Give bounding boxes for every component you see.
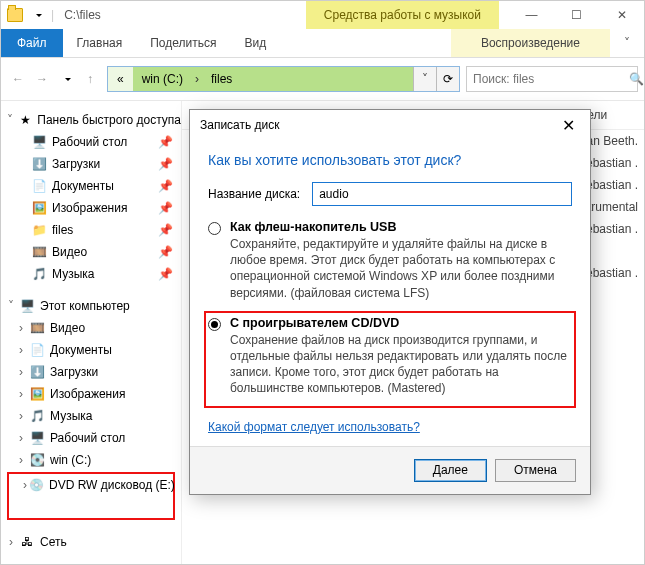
pictures-icon: 🖼️ xyxy=(29,386,45,402)
maximize-button[interactable]: ☐ xyxy=(554,1,599,29)
chevron-down-icon[interactable]: ˅ xyxy=(5,299,17,313)
sidebar-item-label: Документы xyxy=(47,343,112,357)
ribbon-expand-icon[interactable]: ˅ xyxy=(610,29,644,57)
downloads-icon: ⬇️ xyxy=(31,156,47,172)
folder-icon xyxy=(7,7,23,23)
sidebar-item-downloads[interactable]: ⬇️Загрузки📌 xyxy=(1,153,181,175)
search-box[interactable]: 🔍 xyxy=(466,66,638,92)
pin-icon: 📌 xyxy=(158,201,181,215)
sidebar-item-folder[interactable]: 📁files📌 xyxy=(1,219,181,241)
minimize-button[interactable]: — xyxy=(509,1,554,29)
chevron-right-icon[interactable]: › xyxy=(192,72,202,86)
file-menu[interactable]: Файл xyxy=(1,29,63,57)
sidebar-item-desktop[interactable]: 🖥️Рабочий стол📌 xyxy=(1,131,181,153)
folder-icon: 📁 xyxy=(31,222,47,238)
sidebar-item-pictures[interactable]: ›🖼️Изображения xyxy=(1,383,181,405)
sidebar-item-quick-access[interactable]: ˅ ★ Панель быстрого доступа xyxy=(1,109,181,131)
option-usb-desc: Сохраняйте, редактируйте и удаляйте файл… xyxy=(230,234,572,301)
breadcrumb-drive[interactable]: win (C:) xyxy=(133,67,192,91)
chevron-right-icon[interactable]: › xyxy=(15,321,27,335)
cell-artist: trumental xyxy=(588,200,644,214)
music-icon: 🎵 xyxy=(31,266,47,282)
chevron-right-icon[interactable]: › xyxy=(15,343,27,357)
breadcrumb-root-icon[interactable]: « xyxy=(108,67,133,91)
contextual-tab-header: Средства работы с музыкой xyxy=(306,1,499,29)
chevron-right-icon[interactable]: › xyxy=(15,409,27,423)
sidebar-item-videos[interactable]: ›🎞️Видео xyxy=(1,317,181,339)
sidebar-item-label: Музыка xyxy=(47,409,92,423)
search-input[interactable] xyxy=(467,72,629,86)
sidebar-item-desktop[interactable]: ›🖥️Рабочий стол xyxy=(1,427,181,449)
music-icon: 🎵 xyxy=(29,408,45,424)
sidebar-item-label: Изображения xyxy=(49,201,127,215)
burn-disc-dialog: Записать диск ✕ Как вы хотите использова… xyxy=(189,109,591,495)
downloads-icon: ⬇️ xyxy=(29,364,45,380)
tab-view[interactable]: Вид xyxy=(230,29,280,57)
radio-usb[interactable] xyxy=(208,220,222,301)
sidebar-item-network[interactable]: › 🖧 Сеть xyxy=(1,531,181,553)
sidebar-item-documents[interactable]: 📄Документы📌 xyxy=(1,175,181,197)
desktop-icon: 🖥️ xyxy=(29,430,45,446)
option-cddvd-desc: Сохранение файлов на диск производится г… xyxy=(230,330,572,397)
navigation-pane: ˅ ★ Панель быстрого доступа 🖥️Рабочий ст… xyxy=(1,101,182,565)
pictures-icon: 🖼️ xyxy=(31,200,47,216)
sidebar-item-music[interactable]: ›🎵Музыка xyxy=(1,405,181,427)
nav-forward-icon[interactable]: → xyxy=(31,68,53,90)
nav-history-icon[interactable] xyxy=(55,68,77,90)
sidebar-item-disc[interactable]: ›💿DVD RW дисковод (E:) xyxy=(9,474,173,496)
sidebar-item-drive[interactable]: ›💽win (C:) xyxy=(1,449,181,471)
breadcrumb-folder[interactable]: files xyxy=(202,67,241,91)
sidebar-item-label: Документы xyxy=(49,179,114,193)
chevron-right-icon[interactable]: › xyxy=(15,453,27,467)
window-path: C:\files xyxy=(60,8,101,22)
radio-cddvd[interactable] xyxy=(208,316,222,397)
search-icon[interactable]: 🔍 xyxy=(629,72,644,86)
sidebar-item-label: Видео xyxy=(47,321,85,335)
pin-icon: 📌 xyxy=(158,267,181,281)
qat-dropdown-icon[interactable] xyxy=(29,7,45,23)
sidebar-item-music[interactable]: 🎵Музыка📌 xyxy=(1,263,181,285)
sidebar-item-label: files xyxy=(49,223,73,237)
tab-home[interactable]: Главная xyxy=(63,29,137,57)
dialog-close-icon[interactable]: ✕ xyxy=(556,116,580,135)
chevron-down-icon[interactable]: ˅ xyxy=(5,113,16,127)
dialog-title-bar[interactable]: Записать диск ✕ xyxy=(190,110,590,140)
refresh-icon[interactable]: ⟳ xyxy=(436,67,459,91)
close-button[interactable]: ✕ xyxy=(599,1,644,29)
next-button[interactable]: Далее xyxy=(414,459,487,482)
chevron-right-icon[interactable]: › xyxy=(15,431,27,445)
nav-back-icon[interactable]: ← xyxy=(7,68,29,90)
sidebar-item-label: DVD RW дисковод (E:) xyxy=(46,478,175,492)
format-help-link[interactable]: Какой формат следует использовать? xyxy=(208,420,420,434)
documents-icon: 📄 xyxy=(31,178,47,194)
sidebar-item-label: Загрузки xyxy=(49,157,100,171)
videos-icon: 🎞️ xyxy=(31,244,47,260)
drive-icon: 💽 xyxy=(29,452,45,468)
sidebar-item-documents[interactable]: ›📄Документы xyxy=(1,339,181,361)
cancel-button[interactable]: Отмена xyxy=(495,459,576,482)
chevron-right-icon[interactable]: › xyxy=(23,478,27,492)
pin-icon: 📌 xyxy=(158,245,181,259)
sidebar-item-label: Панель быстрого доступа xyxy=(34,113,181,127)
sidebar-item-videos[interactable]: 🎞️Видео📌 xyxy=(1,241,181,263)
pin-icon: 📌 xyxy=(158,157,181,171)
tab-share[interactable]: Поделиться xyxy=(136,29,230,57)
sidebar-item-pictures[interactable]: 🖼️Изображения📌 xyxy=(1,197,181,219)
pc-icon: 🖥️ xyxy=(19,298,35,314)
option-usb-title: Как флеш-накопитель USB xyxy=(230,220,572,234)
dialog-heading: Как вы хотите использовать этот диск? xyxy=(208,146,572,182)
disc-name-input[interactable] xyxy=(312,182,572,206)
pin-icon: 📌 xyxy=(158,223,181,237)
chevron-right-icon[interactable]: › xyxy=(15,387,27,401)
star-icon: ★ xyxy=(18,112,32,128)
sidebar-item-this-pc[interactable]: ˅ 🖥️ Этот компьютер xyxy=(1,295,181,317)
address-dropdown-icon[interactable]: ˅ xyxy=(413,67,436,91)
chevron-right-icon[interactable]: › xyxy=(5,535,17,549)
disc-name-label: Название диска: xyxy=(208,187,300,201)
tab-playback[interactable]: Воспроизведение xyxy=(451,29,610,57)
chevron-right-icon[interactable]: › xyxy=(15,365,27,379)
address-bar[interactable]: « win (C:) › files ˅ ⟳ xyxy=(107,66,460,92)
network-icon: 🖧 xyxy=(19,534,35,550)
sidebar-item-downloads[interactable]: ›⬇️Загрузки xyxy=(1,361,181,383)
nav-up-icon[interactable]: ↑ xyxy=(79,68,101,90)
